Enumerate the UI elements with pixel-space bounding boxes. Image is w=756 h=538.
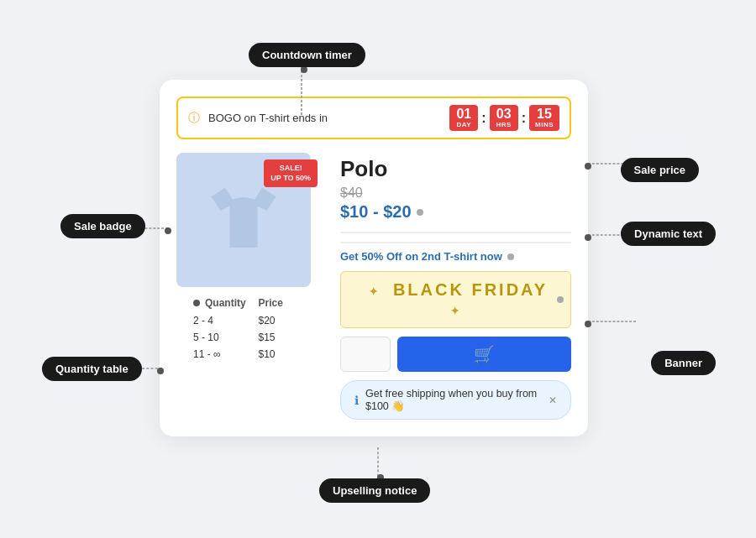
bf-right-dot: [557, 296, 564, 303]
qty-price-3: $10: [259, 348, 324, 360]
banner-label: Banner: [651, 351, 716, 375]
quantity-table-header: Quantity Price: [176, 295, 323, 312]
price-range: $10 - $20: [340, 202, 571, 222]
qty-header-label: Quantity: [205, 297, 246, 309]
price-divider-2: [340, 242, 571, 243]
product-left-column: SALE! Up to 50% Quantity Price 2 - 4: [176, 153, 323, 420]
price-original: $40: [340, 185, 571, 201]
promo-dot: [507, 253, 514, 260]
countdown-mins-value: 15: [535, 107, 554, 121]
tshirt-svg: [197, 174, 290, 266]
price-header-label: Price: [259, 297, 324, 309]
connector-dot-dynamic: [585, 234, 591, 241]
countdown-hrs-block: 03 HRS: [490, 105, 518, 131]
countdown-time: 01 DAY : 03 HRS : 15 MINS: [449, 105, 559, 131]
promo-text: Get 50% Off on 2nd T-shirt now: [340, 250, 571, 263]
countdown-mins-block: 15 MINS: [529, 105, 559, 131]
countdown-label: BOGO on T-shirt ends in: [208, 112, 441, 124]
cart-row: 🛒: [340, 337, 571, 372]
sale-badge-label: Sale badge: [60, 214, 145, 238]
product-card: ⓘ BOGO on T-shirt ends in 01 DAY : 03 HR…: [160, 80, 588, 436]
connector-dot-sale-price: [585, 163, 591, 170]
bf-star-left: ✦: [369, 285, 381, 298]
connector-dot-countdown: [301, 66, 307, 73]
qty-row-1: 2 - 4 $20: [176, 312, 323, 329]
countdown-timer-label: Countdown timer: [249, 43, 365, 67]
countdown-day-label: DAY: [455, 121, 472, 128]
sale-badge: SALE! Up to 50%: [264, 159, 318, 187]
promo-text-value: Get 50% Off on 2nd T-shirt now: [340, 250, 502, 263]
countdown-hrs-label: HRS: [496, 121, 512, 128]
countdown-day-block: 01 DAY: [449, 105, 478, 131]
qty-range-1: 2 - 4: [176, 315, 259, 326]
product-name: Polo: [340, 156, 571, 182]
countdown-bar: ⓘ BOGO on T-shirt ends in 01 DAY : 03 HR…: [176, 97, 571, 139]
countdown-hrs-value: 03: [496, 107, 512, 121]
scene: Countdown timer Sale badge Quantity tabl…: [0, 0, 756, 538]
qty-range-3: 11 - ∞: [176, 348, 259, 360]
countdown-day-value: 01: [455, 107, 472, 121]
qty-row-3: 11 - ∞ $10: [176, 346, 323, 363]
cart-icon: 🛒: [474, 344, 495, 364]
price-range-value: $10 - $20: [340, 202, 412, 222]
qty-dot: [193, 300, 200, 306]
dynamic-text-label: Dynamic text: [621, 222, 716, 246]
time-separator-1: :: [481, 111, 486, 126]
connector-banner: [588, 321, 636, 322]
quantity-input[interactable]: [340, 337, 391, 372]
bf-text: BLACK FRIDAY: [393, 280, 548, 299]
countdown-mins-label: MINS: [535, 121, 554, 128]
upsell-close-button[interactable]: ✕: [549, 394, 557, 406]
upselling-bar: ℹ Get free shipping when you buy from $1…: [340, 380, 571, 420]
connector-dot-sale-badge: [165, 227, 171, 234]
upsell-info-icon: ℹ: [354, 394, 359, 407]
product-details: Polo $40 $10 - $20 Get 50% Off on 2nd T-…: [340, 153, 571, 420]
countdown-info-icon: ⓘ: [188, 111, 200, 126]
product-image-wrap: SALE! Up to 50%: [176, 153, 311, 287]
price-dot-indicator: [417, 209, 423, 216]
connector-dot-quantity: [157, 368, 164, 374]
bf-banner: ✦ BLACK FRIDAY ✦: [340, 271, 571, 328]
qty-range-2: 5 - 10: [176, 332, 259, 343]
time-separator-2: :: [522, 111, 526, 126]
product-body: SALE! Up to 50% Quantity Price 2 - 4: [176, 153, 571, 420]
qty-row-2: 5 - 10 $15: [176, 329, 323, 346]
upsell-text: Get free shipping when you buy from $100…: [365, 388, 542, 412]
qty-price-2: $15: [259, 332, 324, 343]
upselling-notice-label: Upselling notice: [319, 478, 430, 503]
qty-price-1: $20: [259, 315, 324, 326]
bf-star-right: ✦: [450, 305, 462, 317]
add-to-cart-button[interactable]: 🛒: [397, 337, 571, 372]
connector-dot-banner: [585, 321, 591, 327]
price-divider: [340, 232, 571, 233]
quantity-table-section: Quantity Price 2 - 4 $20 5 - 10 $15 11 -…: [176, 295, 323, 363]
quantity-table-label: Quantity table: [42, 357, 142, 381]
sale-price-label: Sale price: [621, 158, 699, 182]
